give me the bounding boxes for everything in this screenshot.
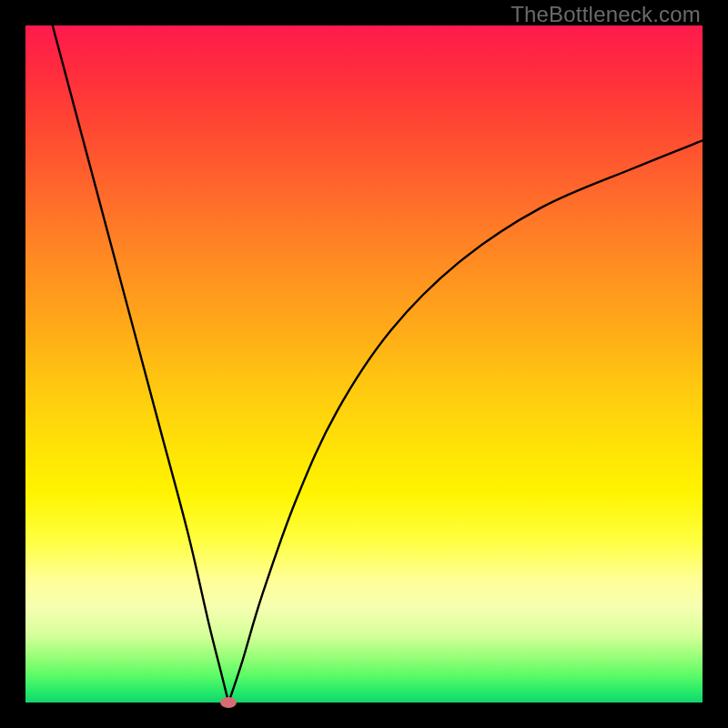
minimum-marker xyxy=(220,697,237,708)
bottleneck-curve xyxy=(25,25,703,703)
chart-frame: TheBottleneck.com xyxy=(0,0,728,728)
watermark-text: TheBottleneck.com xyxy=(511,2,701,27)
